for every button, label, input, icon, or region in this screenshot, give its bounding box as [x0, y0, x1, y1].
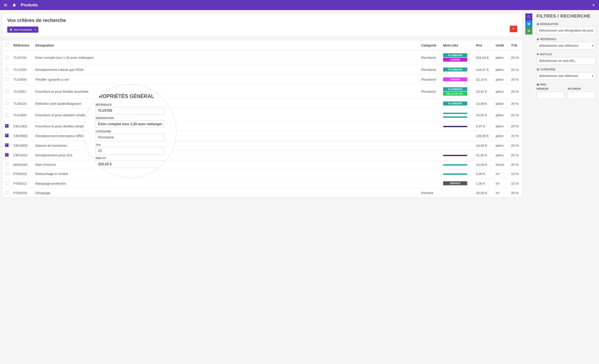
row-checkbox[interactable] — [5, 56, 8, 59]
cell-unite: pièce — [493, 65, 509, 75]
cell-cat — [419, 151, 441, 160]
toolbar-search-button[interactable] — [525, 13, 532, 20]
table-row[interactable]: TLV3557Fourniture et pose flexible douch… — [2, 84, 522, 99]
popup-prix-input[interactable] — [96, 160, 164, 168]
tag — [443, 155, 467, 156]
cell-ref: CBV2010 — [11, 151, 33, 160]
col-reference[interactable]: Référence — [11, 40, 33, 50]
cell-prix: 9,97 € — [474, 122, 493, 131]
table-row[interactable]: CBV2010Remplacement prise 32A31,90 €pièc… — [2, 151, 522, 160]
cell-tags — [441, 188, 474, 198]
cell-unite: pièce — [493, 99, 509, 108]
cell-ref: TLV0700 — [11, 50, 33, 65]
row-checkbox[interactable] — [5, 163, 8, 166]
add-icon[interactable] — [591, 3, 596, 7]
clear-filters-button[interactable] — [510, 26, 517, 32]
popup-ref-input[interactable] — [96, 107, 164, 115]
cell-tags — [441, 160, 474, 169]
filter-reference-select[interactable] — [537, 42, 596, 49]
criteria-title: Vos critères de recherche — [7, 18, 517, 23]
row-checkbox[interactable] — [5, 182, 8, 185]
cell-unite: pièce — [493, 75, 509, 84]
table-row[interactable]: TLV6220Réfection joint lavabo/baignoireP… — [2, 99, 522, 108]
row-checkbox[interactable] — [5, 124, 9, 128]
cell-cat: Peinture — [419, 188, 441, 198]
row-checkbox[interactable] — [5, 113, 8, 116]
row-checkbox[interactable] — [5, 153, 9, 157]
table-row[interactable]: MAN2001Main d'oeuvre14,00 €heure20 % — [2, 160, 522, 169]
popup-tva-input[interactable] — [96, 147, 164, 155]
filter-price-min-input[interactable] — [537, 91, 564, 99]
filter-categorie-select[interactable] — [537, 72, 596, 80]
cell-ref: TLV2200 — [11, 65, 33, 75]
filter-designation-input[interactable] — [537, 27, 596, 34]
table-row[interactable]: TLV3500Fléxible "garantie à vie"Plomberi… — [2, 75, 522, 84]
cell-tva: 20 % — [509, 188, 522, 198]
cell-cat — [419, 178, 441, 188]
popup-cat-input[interactable] — [96, 134, 164, 141]
cell-tva: 10 % — [509, 178, 522, 188]
row-checkbox[interactable] — [5, 68, 8, 71]
table-row[interactable]: PTA0012Masquage-protectionSERVICE1,00 €m… — [2, 178, 522, 188]
cell-des: Evier complet inox 1.20 avec mélangeur — [33, 50, 419, 65]
row-checkbox[interactable] — [5, 78, 8, 81]
toolbar-list-button[interactable] — [525, 27, 532, 35]
cell-ref: TLV2300 — [11, 108, 33, 122]
col-designation[interactable]: Désignation — [33, 40, 419, 50]
filter-price-max-input[interactable] — [568, 91, 596, 99]
cell-ref: PTA0015 — [11, 169, 33, 178]
col-prix[interactable]: Prix — [474, 40, 493, 50]
menu-icon[interactable] — [3, 3, 8, 7]
select-all-checkbox[interactable] — [5, 44, 8, 46]
cell-unite: pièce — [493, 50, 509, 65]
col-categorie[interactable]: Catégorie — [419, 40, 441, 50]
row-checkbox[interactable] — [5, 134, 9, 137]
cell-tags: PLOMBERIECUISINE — [441, 50, 474, 65]
cell-unite: pièce — [493, 108, 509, 122]
cell-unite: m² — [493, 169, 509, 178]
table-row[interactable]: TLV0700Evier complet inox 1.20 avec méla… — [2, 50, 522, 65]
cell-cat — [419, 122, 441, 131]
cell-cat — [419, 169, 441, 178]
cell-tags — [441, 108, 474, 122]
row-checkbox[interactable] — [5, 102, 8, 105]
table-row[interactable]: CBV9600Remplacement interrupteur différe… — [2, 131, 522, 141]
cell-unite: heure — [493, 160, 509, 169]
cell-prix: 1,00 € — [474, 178, 493, 188]
cell-cat: Plomberie — [419, 65, 441, 75]
row-checkbox[interactable] — [5, 172, 8, 175]
filter-chip-archived[interactable]: Non Archivées × — [7, 27, 38, 33]
app-header: Produits — [0, 0, 599, 10]
tag: PLOMBERIE — [443, 68, 467, 71]
col-unite[interactable]: Unité — [493, 40, 509, 50]
cell-cat: Plomberie — [419, 50, 441, 65]
table-row[interactable]: CBV2301Fourniture et pose douilles simpl… — [2, 122, 522, 131]
filter-motcle-input[interactable] — [537, 57, 596, 64]
table-row[interactable]: CBV3000Dépose de luminaires14,96 €pièce2… — [2, 141, 522, 151]
table-row[interactable]: PTA0018DécapagePeinture20,00 €m²20 % — [2, 188, 522, 198]
cell-unite: pièce — [493, 151, 509, 160]
cell-tags — [441, 141, 474, 151]
popup-des-input[interactable] — [96, 120, 164, 128]
tag: PLOMBERIE — [443, 102, 467, 106]
row-checkbox[interactable] — [5, 90, 8, 93]
cell-tva: 10 % — [509, 169, 522, 178]
price-max-label: MAXIMUM — [568, 87, 596, 90]
row-checkbox[interactable] — [5, 143, 9, 147]
table-row[interactable]: TLV2200Remplacement robinet gaz ROAIPlom… — [2, 65, 522, 75]
cell-tva: 20 % — [509, 108, 522, 122]
table-row[interactable]: PTA0015Rebouchage à l'enduit5,00 €m²10 % — [2, 169, 522, 178]
cell-tva: 20 % — [509, 131, 522, 141]
side-toolbar — [525, 13, 532, 198]
cell-unite: pièce — [493, 141, 509, 151]
table-row[interactable]: TLV2300Fourniture et pose abattant simpl… — [2, 108, 522, 122]
toolbar-columns-button[interactable] — [525, 20, 532, 27]
cell-des: Main d'oeuvre — [33, 160, 419, 169]
col-motscles[interactable]: Mots-clés — [441, 40, 474, 50]
col-tva[interactable]: TVA — [509, 40, 522, 50]
row-checkbox[interactable] — [5, 191, 8, 194]
bell-icon[interactable] — [12, 3, 17, 7]
product-detail-popup: PROPRIÉTÉS GÉNÉRAL RÉFÉRENCE DÉSIGNATION… — [83, 84, 176, 178]
chip-remove-icon[interactable]: × — [35, 28, 36, 31]
tag — [443, 113, 467, 114]
